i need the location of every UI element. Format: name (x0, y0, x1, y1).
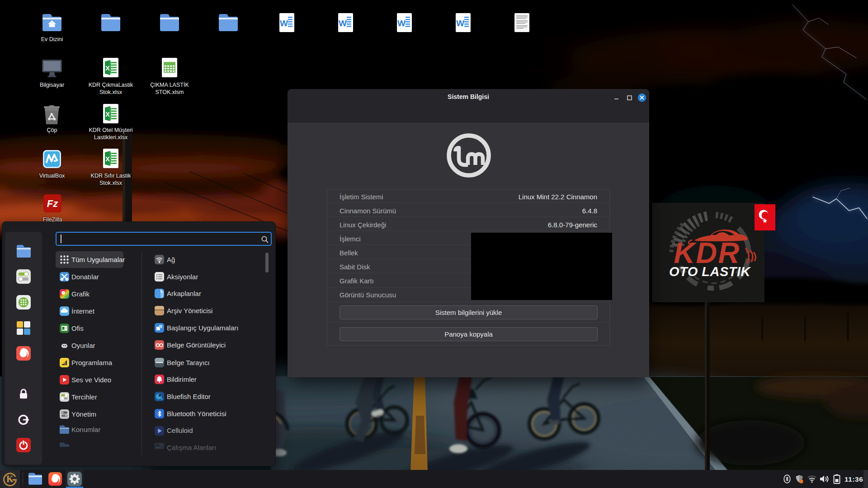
svg-text:Fz: Fz (47, 198, 58, 209)
svg-text:K: K (6, 474, 14, 484)
svg-text:OTO LASTIK: OTO LASTIK (669, 264, 751, 279)
